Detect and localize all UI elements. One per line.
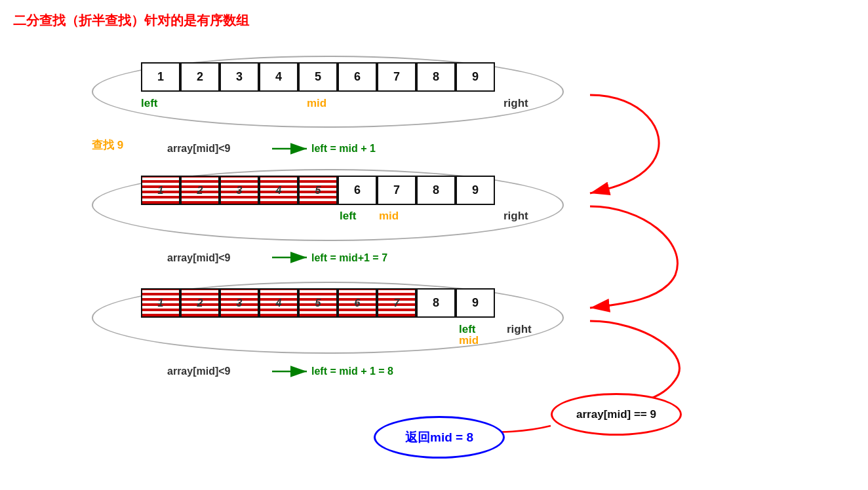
cell-3-8: 8 [416, 288, 456, 318]
cell-3-3: 3 [220, 288, 259, 318]
result-oval-blue: 返回mid = 8 [374, 416, 505, 459]
cell-2-7: 7 [377, 176, 416, 205]
row2-mid-label: mid [379, 210, 399, 223]
row2-right-label: right [503, 210, 528, 223]
condition-3: array[mid]<9 [167, 366, 231, 377]
arrow1-text: left = mid + 1 [311, 143, 376, 155]
cell-3-7: 7 [377, 288, 416, 318]
cell-3-2: 2 [180, 288, 220, 318]
cell-3-1: 1 [141, 288, 180, 318]
result2-text: 返回mid = 8 [405, 429, 473, 446]
cell-2-6: 6 [338, 176, 377, 205]
cell-1-9: 9 [456, 62, 495, 92]
array-row-3: 1 2 3 4 5 6 7 8 9 [141, 288, 495, 318]
arrow3-text: left = mid + 1 = 8 [311, 366, 393, 377]
cell-2-4: 4 [259, 176, 298, 205]
result1-text: array[mid] == 9 [576, 408, 656, 421]
array-row-2: 1 2 3 4 5 6 7 8 9 [141, 176, 495, 205]
result-oval-red: array[mid] == 9 [551, 393, 682, 436]
row1-right-label: right [503, 97, 528, 110]
arrow2-text: left = mid+1 = 7 [311, 252, 387, 264]
search-label: 查找 9 [92, 138, 123, 153]
cell-1-5: 5 [298, 62, 338, 92]
cell-3-9: 9 [456, 288, 495, 318]
cell-1-1: 1 [141, 62, 180, 92]
cell-1-7: 7 [377, 62, 416, 92]
cell-2-3: 3 [220, 176, 259, 205]
row3-mid-label: mid [459, 334, 479, 347]
page-title: 二分查找（折半查找）针对的是有序数组 [13, 12, 249, 29]
array-row-1: 1 2 3 4 5 6 7 8 9 [141, 62, 495, 92]
condition-2: array[mid]<9 [167, 252, 231, 264]
cell-1-8: 8 [416, 62, 456, 92]
cell-2-5: 5 [298, 176, 338, 205]
row3-right-label: right [507, 323, 532, 336]
cell-2-2: 2 [180, 176, 220, 205]
cell-2-1: 1 [141, 176, 180, 205]
condition1-text: array[mid]<9 [167, 143, 231, 154]
row2-left-label: left [340, 210, 357, 223]
cell-1-2: 2 [180, 62, 220, 92]
condition-1: array[mid]<9 [167, 143, 231, 155]
cell-1-6: 6 [338, 62, 377, 92]
cell-1-3: 3 [220, 62, 259, 92]
cell-1-4: 4 [259, 62, 298, 92]
cell-3-4: 4 [259, 288, 298, 318]
cell-3-5: 5 [298, 288, 338, 318]
cell-2-9: 9 [456, 176, 495, 205]
row1-left-label: left [141, 97, 158, 110]
row1-mid-label: mid [307, 97, 326, 110]
cell-2-8: 8 [416, 176, 456, 205]
cell-3-6: 6 [338, 288, 377, 318]
